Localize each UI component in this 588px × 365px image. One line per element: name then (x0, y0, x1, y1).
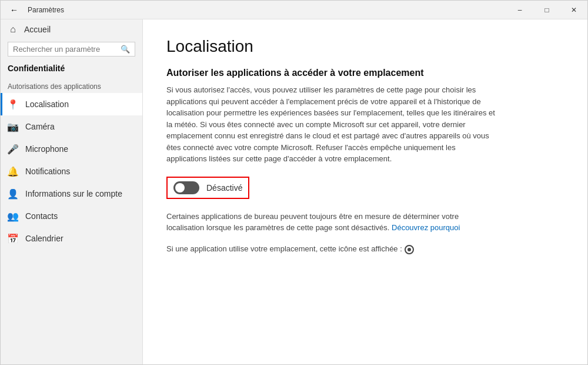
sidebar-item-contacts-label: Contacts (25, 211, 58, 221)
search-input[interactable] (13, 45, 121, 54)
sidebar-item-camera-label: Caméra (25, 122, 55, 131)
search-box[interactable]: 🔍 (8, 42, 135, 57)
main-content: ⌂ Accueil 🔍 Confidentialité Autorisation… (1, 19, 587, 364)
app-permissions-label: Autorisations des applications (1, 78, 142, 93)
sidebar-item-account-info-label: Informations sur le compte (25, 189, 122, 198)
contacts-icon: 👥 (8, 211, 18, 221)
content-subtitle: Autoriser les applications à accéder à v… (166, 68, 564, 78)
sidebar-item-calendar-label: Calendrier (25, 234, 64, 243)
sidebar-item-home[interactable]: ⌂ Accueil (1, 19, 142, 39)
sidebar: ⌂ Accueil 🔍 Confidentialité Autorisation… (1, 19, 143, 364)
sidebar-item-location[interactable]: 📍 Localisation (1, 93, 142, 115)
settings-window: ← Paramètres – □ ✕ ⌂ Accueil 🔍 Confident… (0, 0, 588, 365)
sidebar-item-microphone[interactable]: 🎤 Microphone (1, 138, 142, 160)
sidebar-item-notifications[interactable]: 🔔 Notifications (1, 160, 142, 182)
sidebar-item-location-label: Localisation (25, 99, 69, 109)
home-icon: ⌂ (8, 24, 18, 35)
sidebar-item-calendar[interactable]: 📅 Calendrier (1, 227, 142, 250)
toggle-label: Désactivé (206, 183, 242, 193)
maximize-button[interactable]: □ (533, 1, 560, 19)
content-note: Certaines applications de bureau peuvent… (166, 211, 496, 234)
sidebar-item-account-info[interactable]: 👤 Informations sur le compte (1, 182, 142, 205)
icon-note-text: Si une application utilise votre emplace… (166, 243, 402, 255)
account-icon: 👤 (8, 188, 18, 199)
sidebar-item-notifications-label: Notifications (25, 167, 70, 176)
notifications-icon: 🔔 (8, 166, 18, 177)
camera-icon: 📷 (8, 121, 18, 132)
content-area: Localisation Autoriser les applications … (143, 19, 587, 364)
sidebar-item-contacts[interactable]: 👥 Contacts (1, 205, 142, 227)
home-label: Accueil (24, 25, 51, 34)
titlebar-left: ← Paramètres (5, 3, 64, 17)
sidebar-item-camera[interactable]: 📷 Caméra (1, 115, 142, 138)
sidebar-item-microphone-label: Microphone (25, 144, 68, 154)
minimize-button[interactable]: – (506, 1, 533, 19)
search-icon: 🔍 (121, 45, 130, 54)
titlebar: ← Paramètres – □ ✕ (1, 1, 587, 19)
back-icon[interactable]: ← (5, 3, 23, 17)
page-title: Localisation (166, 37, 564, 56)
close-button[interactable]: ✕ (560, 1, 587, 19)
microphone-icon: 🎤 (8, 144, 18, 154)
discover-why-link[interactable]: Découvrez pourquoi (392, 223, 460, 232)
icon-note: Si une application utilise votre emplace… (166, 243, 496, 255)
content-description: Si vous autorisez l'accès, vous pouvez u… (166, 84, 496, 165)
toggle-row: Désactivé (166, 177, 249, 199)
titlebar-controls: – □ ✕ (506, 1, 587, 19)
location-toggle[interactable] (173, 181, 199, 194)
titlebar-title: Paramètres (28, 6, 64, 14)
location-dot-icon (405, 243, 414, 255)
location-icon: 📍 (8, 99, 18, 110)
calendar-icon: 📅 (8, 233, 18, 244)
privacy-label: Confidentialité (1, 61, 142, 78)
